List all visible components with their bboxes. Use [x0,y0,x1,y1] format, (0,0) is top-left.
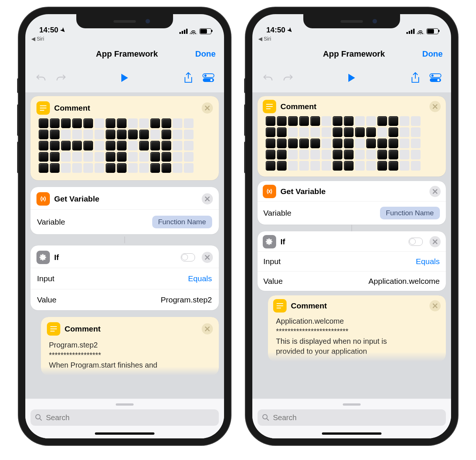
delete-action-button[interactable] [202,102,213,114]
workflow-canvas[interactable]: Comment Get Variable [25,92,224,438]
gear-icon [263,235,276,248]
signal-icon [406,29,415,34]
location-icon: ➤ [286,26,294,34]
param-row-value[interactable]: Value Program.step2 [31,289,219,310]
svg-line-19 [40,419,42,421]
card-title: Get Variable [281,187,425,196]
variable-token[interactable]: Function Name [380,207,440,219]
drag-handle[interactable] [116,403,134,406]
delete-action-button[interactable] [202,252,213,263]
comment-pixel-art [258,116,446,171]
card-title: If [54,253,176,262]
compare-value[interactable]: Application.welcome [368,277,440,286]
run-button[interactable] [117,70,132,85]
comment-text[interactable]: Program.step2 ****************** When Pr… [41,339,219,370]
svg-point-23 [437,79,440,81]
comment-action-card[interactable]: Comment Program.step2 ******************… [41,317,219,375]
comment-icon [263,100,276,113]
search-input[interactable] [258,409,446,426]
param-row-variable[interactable]: Variable Function Name [31,209,219,234]
status-time: 14:50 [39,26,58,34]
card-title: Comment [291,301,425,310]
search-icon [35,414,42,421]
get-variable-action-card[interactable]: Get Variable Variable Function Name [258,181,446,225]
comment-action-card[interactable]: Comment [31,96,219,180]
search-icon [262,414,269,421]
workflow-canvas[interactable]: Comment Get Variable Variable Function N… [252,92,451,438]
wifi-icon [190,29,197,34]
toolbar [252,65,451,92]
phone-frame: 14:50 ➤ ◀ Siri App Framework Done [246,7,458,445]
card-settings-toggle[interactable] [409,238,423,246]
toolbar [25,65,224,92]
compare-value[interactable]: Program.step2 [161,295,212,304]
param-row-input[interactable]: Input Equals [31,268,219,289]
phone-frame: 14:50 ➤ ◀ Siri App Framework Done [19,7,231,445]
wifi-icon [417,29,424,34]
share-button[interactable] [181,70,196,85]
variable-token[interactable]: Function Name [152,216,212,228]
delete-action-button[interactable] [429,101,441,112]
param-row-input[interactable]: Input Equals [258,251,446,271]
comment-icon [36,101,50,115]
card-title: Get Variable [54,194,197,203]
redo-button[interactable] [281,70,295,85]
back-to-app[interactable]: ◀ Siri [31,36,44,42]
share-button[interactable] [408,70,423,85]
redo-button[interactable] [54,70,68,85]
svg-point-18 [36,415,40,419]
back-to-app[interactable]: ◀ Siri [258,36,271,42]
svg-point-21 [431,74,434,77]
get-variable-action-card[interactable]: Get Variable Variable Function Name [31,187,219,234]
battery-icon [427,28,438,34]
home-indicator[interactable] [322,432,381,435]
delete-action-button[interactable] [202,323,213,334]
settings-toggle-button[interactable] [428,70,443,85]
page-title: App Framework [286,49,422,59]
comment-icon [47,322,60,336]
variable-icon [263,185,276,198]
comment-icon [273,299,287,313]
delete-action-button[interactable] [429,186,441,197]
variable-icon [36,192,50,206]
search-input[interactable] [31,409,219,426]
svg-point-38 [263,415,267,419]
card-title: Comment [65,324,197,333]
if-action-card[interactable]: If Input Equals Value Program.step2 [31,245,219,310]
svg-line-39 [267,419,269,421]
svg-point-3 [210,79,213,81]
run-button[interactable] [344,70,359,85]
svg-point-1 [204,74,207,77]
location-icon: ➤ [59,26,67,34]
undo-button[interactable] [33,70,48,85]
delete-action-button[interactable] [429,236,441,247]
signal-icon [179,29,188,34]
notch [303,14,400,28]
condition-value[interactable]: Equals [188,274,212,283]
delete-action-button[interactable] [202,193,213,204]
card-title: Comment [54,104,197,112]
gear-icon [36,251,50,264]
battery-icon [199,28,211,34]
comment-action-card[interactable]: Comment Application.welcome ************… [268,295,446,362]
home-indicator[interactable] [95,432,154,435]
comment-text[interactable]: Application.welcome ********************… [268,315,446,356]
drag-handle[interactable] [343,403,361,406]
param-row-value[interactable]: Value Application.welcome [258,271,446,291]
done-button[interactable]: Done [422,49,443,59]
condition-value[interactable]: Equals [416,257,440,266]
comment-pixel-art [31,118,219,175]
connector-line [124,237,125,243]
param-row-variable[interactable]: Variable Function Name [258,201,446,225]
if-action-card[interactable]: If Input Equals Value Application.welcom… [258,231,446,291]
notch [76,14,173,28]
card-title: If [281,237,404,246]
settings-toggle-button[interactable] [201,70,216,85]
card-settings-toggle[interactable] [181,253,195,261]
page-title: App Framework [59,49,195,59]
delete-action-button[interactable] [429,300,441,311]
comment-action-card[interactable]: Comment [258,96,446,177]
undo-button[interactable] [261,70,275,85]
connector-line [351,225,352,231]
done-button[interactable]: Done [195,49,216,59]
